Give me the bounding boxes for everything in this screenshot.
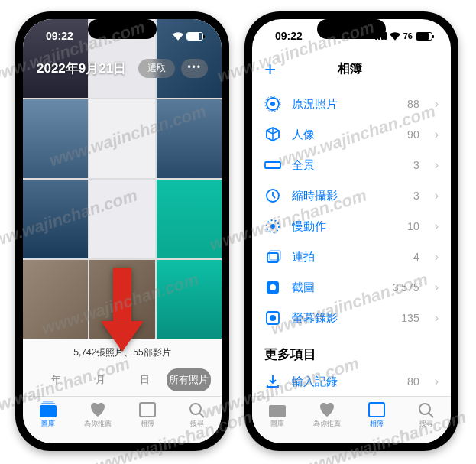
chevron-right-icon: › xyxy=(435,281,439,294)
tab-label: 搜尋 xyxy=(190,420,204,429)
slomo-icon xyxy=(264,218,281,235)
album-count: 3 xyxy=(413,159,419,171)
timelapse-icon xyxy=(264,187,281,204)
tab-label: 圖庫 xyxy=(41,420,55,429)
tab-label: 相簿 xyxy=(370,420,384,429)
svg-point-7 xyxy=(270,102,275,106)
tab-library[interactable]: 圖庫 xyxy=(23,397,73,433)
add-button[interactable]: + xyxy=(264,57,276,81)
chevron-right-icon: › xyxy=(435,375,439,388)
chevron-right-icon: › xyxy=(435,158,439,172)
tab-label: 為你推薦 xyxy=(84,420,112,429)
photo-thumb[interactable] xyxy=(23,99,88,178)
live-icon xyxy=(264,96,281,112)
segment-day[interactable]: 日 xyxy=(122,368,167,391)
tab-label: 圖庫 xyxy=(270,420,284,429)
tab-search[interactable]: 搜尋 xyxy=(172,397,222,433)
svg-line-5 xyxy=(199,413,204,417)
album-count: 88 xyxy=(407,98,419,110)
album-label: 慢動作 xyxy=(292,219,397,234)
cube-icon xyxy=(264,126,281,143)
albums-title: 相簿 xyxy=(338,61,362,77)
notch xyxy=(317,19,386,39)
section-header-more: 更多項目 xyxy=(252,333,451,366)
photo-thumb[interactable] xyxy=(157,99,222,178)
album-row-screenshot[interactable]: 截圖 3,575 › xyxy=(252,272,451,303)
chevron-right-icon: › xyxy=(435,219,439,233)
photo-thumb[interactable] xyxy=(89,180,154,258)
svg-point-18 xyxy=(270,315,276,321)
more-button[interactable]: ••• xyxy=(181,59,208,78)
tab-search[interactable]: 搜尋 xyxy=(401,397,451,433)
screenshot-icon xyxy=(264,279,281,296)
svg-point-16 xyxy=(270,284,276,290)
svg-rect-22 xyxy=(269,405,286,417)
albums-icon xyxy=(368,401,386,418)
album-row-import[interactable]: 輸入記錄 80 › xyxy=(252,366,451,396)
svg-rect-13 xyxy=(267,253,278,262)
album-label: 全景 xyxy=(292,158,403,173)
album-label: 輸入記錄 xyxy=(292,375,397,389)
tab-albums[interactable]: 相簿 xyxy=(351,397,401,433)
album-label: 螢幕錄影 xyxy=(292,311,390,326)
album-label: 連拍 xyxy=(292,250,403,264)
photo-count-label: 5,742張照片、55部影片 xyxy=(23,339,222,364)
tab-library[interactable]: 圖庫 xyxy=(252,397,302,433)
segment-month[interactable]: 月 xyxy=(78,368,122,391)
album-count: 80 xyxy=(407,375,419,388)
tab-label: 為你推薦 xyxy=(313,420,341,429)
chevron-right-icon: › xyxy=(435,250,439,264)
pano-icon xyxy=(264,157,281,174)
photo-thumb[interactable] xyxy=(89,99,154,178)
svg-rect-2 xyxy=(43,401,53,403)
library-icon xyxy=(268,401,287,418)
photos-date-header: 2022年9月21日 xyxy=(37,60,126,77)
album-row-slomo[interactable]: 慢動作 10 › xyxy=(252,211,451,242)
album-count: 4 xyxy=(413,251,419,263)
status-indicators xyxy=(158,32,203,41)
svg-rect-1 xyxy=(41,403,55,404)
album-row-cube[interactable]: 人像 90 › xyxy=(252,119,451,150)
notch xyxy=(88,19,157,39)
svg-point-4 xyxy=(190,404,201,414)
album-count: 3 xyxy=(413,190,419,202)
album-label: 縮時攝影 xyxy=(292,189,403,203)
search-icon xyxy=(188,401,206,418)
photo-thumb[interactable] xyxy=(157,260,222,339)
album-row-live[interactable]: 原況照片 88 › xyxy=(252,89,451,119)
album-label: 截圖 xyxy=(292,281,382,295)
svg-point-12 xyxy=(270,224,275,229)
phone-right: 09:22 76 + 相簿 原況照片 88 › 人像 90 › 全景 3 › 縮… xyxy=(244,11,458,451)
svg-rect-3 xyxy=(140,403,155,417)
tab-foryou[interactable]: 為你推薦 xyxy=(302,397,351,433)
album-list[interactable]: 原況照片 88 › 人像 90 › 全景 3 › 縮時攝影 3 › 慢動作 10… xyxy=(252,89,451,396)
album-row-screenrec[interactable]: 螢幕錄影 135 › xyxy=(252,303,451,333)
album-row-timelapse[interactable]: 縮時攝影 3 › xyxy=(252,180,451,211)
tab-bar: 圖庫 為你推薦 相簿 搜尋 xyxy=(252,396,451,443)
album-row-burst[interactable]: 連拍 4 › xyxy=(252,242,451,272)
tab-foryou[interactable]: 為你推薦 xyxy=(73,397,122,433)
svg-line-25 xyxy=(429,413,433,417)
phone-left: 09:22 2022年9月21日 選取 ••• xyxy=(15,11,229,451)
svg-rect-23 xyxy=(369,403,384,417)
import-icon xyxy=(264,373,281,390)
select-button[interactable]: 選取 xyxy=(138,59,175,78)
photo-thumb[interactable] xyxy=(23,260,88,339)
photo-thumb[interactable] xyxy=(23,180,88,258)
time-segment: 年 月 日 所有照片 xyxy=(23,364,222,396)
segment-year[interactable]: 年 xyxy=(34,368,78,391)
album-count: 90 xyxy=(407,128,419,141)
album-label: 人像 xyxy=(292,128,397,142)
tab-albums[interactable]: 相簿 xyxy=(122,397,172,433)
photo-thumb[interactable] xyxy=(157,180,222,258)
svg-rect-9 xyxy=(265,162,280,168)
album-count: 3,575 xyxy=(393,281,419,294)
albums-icon xyxy=(138,401,157,418)
chevron-right-icon: › xyxy=(435,128,439,141)
segment-all[interactable]: 所有照片 xyxy=(167,368,211,391)
photo-thumb[interactable] xyxy=(89,260,154,339)
chevron-right-icon: › xyxy=(435,97,439,111)
heart-icon xyxy=(89,401,107,418)
album-row-pano[interactable]: 全景 3 › xyxy=(252,150,451,180)
album-count: 10 xyxy=(407,220,419,232)
